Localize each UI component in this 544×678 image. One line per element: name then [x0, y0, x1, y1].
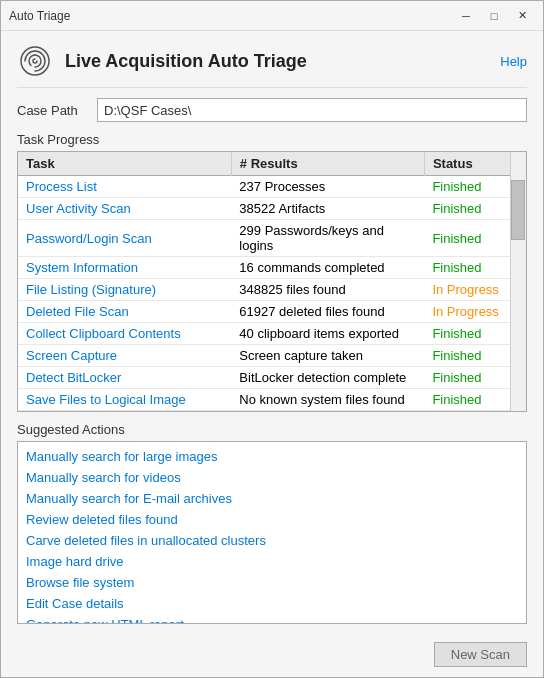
- task-name: Deleted File Scan: [18, 301, 231, 323]
- suggested-action-item[interactable]: Manually search for videos: [18, 467, 526, 488]
- task-name: File Listing (Signature): [18, 279, 231, 301]
- task-table: Task # Results Status Process List237 Pr…: [18, 152, 526, 411]
- task-name: Process List: [18, 176, 231, 198]
- suggested-actions-box: Manually search for large imagesManually…: [17, 441, 527, 624]
- table-header-row: Task # Results Status: [18, 152, 526, 176]
- task-results: 16 commands completed: [231, 257, 424, 279]
- task-link[interactable]: Screen Capture: [26, 348, 117, 363]
- task-name: System Information: [18, 257, 231, 279]
- suggested-action-item[interactable]: Image hard drive: [18, 551, 526, 572]
- table-row: System Information16 commands completedF…: [18, 257, 526, 279]
- task-results: 299 Passwords/keys and logins: [231, 220, 424, 257]
- suggested-action-item[interactable]: Edit Case details: [18, 593, 526, 614]
- task-name: Collect Clipboard Contents: [18, 323, 231, 345]
- scrollbar-thumb: [511, 180, 525, 240]
- task-name: Screen Capture: [18, 345, 231, 367]
- main-content: Live Acquisition Auto Triage Help Case P…: [1, 31, 543, 636]
- task-results: No known system files found: [231, 389, 424, 411]
- task-results: 237 Processes: [231, 176, 424, 198]
- app-header-left: Live Acquisition Auto Triage: [17, 43, 307, 79]
- task-results: Screen capture taken: [231, 345, 424, 367]
- task-name: User Activity Scan: [18, 198, 231, 220]
- task-link[interactable]: Collect Clipboard Contents: [26, 326, 181, 341]
- task-name: Save Files to Logical Image: [18, 389, 231, 411]
- suggested-action-item[interactable]: Carve deleted files in unallocated clust…: [18, 530, 526, 551]
- task-name: Detect BitLocker: [18, 367, 231, 389]
- task-results: 40 clipboard items exported: [231, 323, 424, 345]
- task-progress-section: Task Progress Task # Results Status Proc…: [17, 132, 527, 412]
- task-link[interactable]: User Activity Scan: [26, 201, 131, 216]
- window-title: Auto Triage: [9, 9, 453, 23]
- task-link[interactable]: Save Files to Logical Image: [26, 392, 186, 407]
- suggested-action-item[interactable]: Manually search for large images: [18, 446, 526, 467]
- task-name: Password/Login Scan: [18, 220, 231, 257]
- case-path-label: Case Path: [17, 103, 87, 118]
- task-link[interactable]: Password/Login Scan: [26, 231, 152, 246]
- footer: New Scan: [1, 636, 543, 677]
- col-results: # Results: [231, 152, 424, 176]
- close-button[interactable]: ✕: [509, 6, 535, 26]
- table-row: Password/Login Scan299 Passwords/keys an…: [18, 220, 526, 257]
- case-path-input[interactable]: [97, 98, 527, 122]
- task-link[interactable]: System Information: [26, 260, 138, 275]
- task-table-container: Task # Results Status Process List237 Pr…: [17, 151, 527, 412]
- table-row: Deleted File Scan61927 deleted files fou…: [18, 301, 526, 323]
- task-link[interactable]: Process List: [26, 179, 97, 194]
- window-controls: ─ □ ✕: [453, 6, 535, 26]
- app-header: Live Acquisition Auto Triage Help: [17, 43, 527, 88]
- task-link[interactable]: Detect BitLocker: [26, 370, 121, 385]
- task-table-body: Process List237 ProcessesFinishedUser Ac…: [18, 176, 526, 411]
- task-results: 348825 files found: [231, 279, 424, 301]
- main-window: Auto Triage ─ □ ✕ Live Acquisition Auto …: [0, 0, 544, 678]
- col-task: Task: [18, 152, 231, 176]
- suggested-action-item[interactable]: Manually search for E-mail archives: [18, 488, 526, 509]
- scrollbar[interactable]: [510, 152, 526, 411]
- app-logo-icon: [17, 43, 53, 79]
- task-link[interactable]: File Listing (Signature): [26, 282, 156, 297]
- new-scan-button[interactable]: New Scan: [434, 642, 527, 667]
- suggested-action-item[interactable]: Review deleted files found: [18, 509, 526, 530]
- minimize-button[interactable]: ─: [453, 6, 479, 26]
- help-link[interactable]: Help: [500, 54, 527, 69]
- task-progress-label: Task Progress: [17, 132, 527, 147]
- table-row: Process List237 ProcessesFinished: [18, 176, 526, 198]
- maximize-button[interactable]: □: [481, 6, 507, 26]
- suggested-actions-label: Suggested Actions: [17, 422, 527, 437]
- task-results: 38522 Artifacts: [231, 198, 424, 220]
- table-row: Save Files to Logical ImageNo known syst…: [18, 389, 526, 411]
- suggested-actions-section: Suggested Actions Manually search for la…: [17, 422, 527, 624]
- task-results: BitLocker detection complete: [231, 367, 424, 389]
- table-row: File Listing (Signature)348825 files fou…: [18, 279, 526, 301]
- table-row: Screen CaptureScreen capture takenFinish…: [18, 345, 526, 367]
- task-link[interactable]: Deleted File Scan: [26, 304, 129, 319]
- title-bar: Auto Triage ─ □ ✕: [1, 1, 543, 31]
- table-row: Detect BitLockerBitLocker detection comp…: [18, 367, 526, 389]
- app-title: Live Acquisition Auto Triage: [65, 51, 307, 72]
- suggested-action-item[interactable]: Generate new HTML report: [18, 614, 526, 624]
- table-row: Collect Clipboard Contents40 clipboard i…: [18, 323, 526, 345]
- suggested-action-item[interactable]: Browse file system: [18, 572, 526, 593]
- task-results: 61927 deleted files found: [231, 301, 424, 323]
- table-row: User Activity Scan38522 ArtifactsFinishe…: [18, 198, 526, 220]
- case-path-row: Case Path: [17, 98, 527, 122]
